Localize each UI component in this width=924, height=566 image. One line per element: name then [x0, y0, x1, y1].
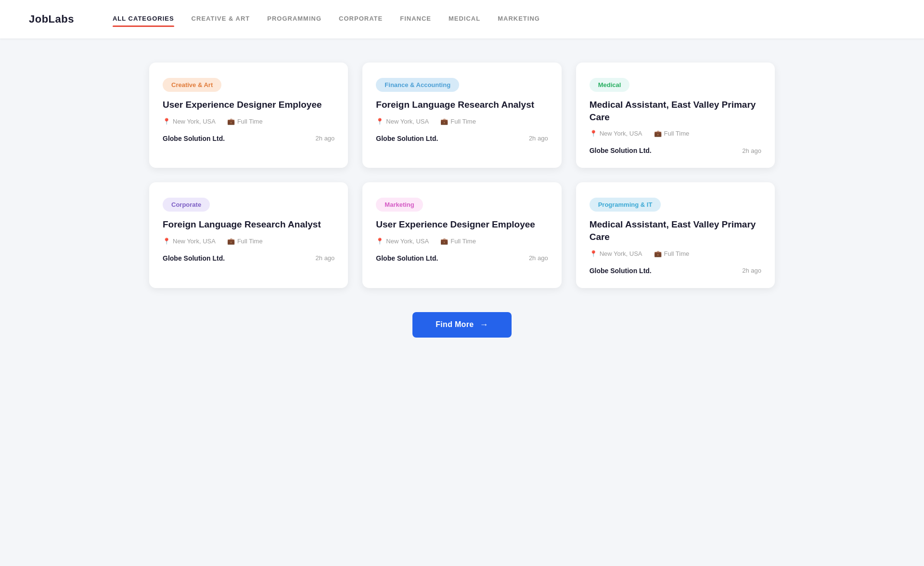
location-text: New York, USA — [386, 238, 429, 245]
nav-item-finance[interactable]: FINANCE — [400, 15, 431, 24]
jobtype-meta: 💼 Full Time — [654, 250, 690, 257]
location-text: New York, USA — [173, 118, 216, 125]
find-more-button[interactable]: Find More → — [412, 312, 511, 338]
nav-item-creative[interactable]: CREATIVE & ART — [192, 15, 250, 24]
time-ago: 2h ago — [742, 147, 761, 154]
job-card-job2[interactable]: Finance & Accounting Foreign Language Re… — [362, 63, 561, 168]
location-text: New York, USA — [600, 250, 642, 257]
category-badge: Programming & IT — [590, 198, 661, 212]
jobtype-icon: 💼 — [654, 250, 662, 257]
job-grid: Creative & Art User Experience Designer … — [149, 63, 775, 288]
nav-item-all[interactable]: ALL CATEGORIES — [113, 15, 174, 24]
find-more-section: Find More → — [29, 312, 895, 338]
jobtype-text: Full Time — [450, 238, 476, 245]
job-footer: Globe Solution Ltd. 2h ago — [163, 254, 334, 262]
job-card-job3[interactable]: Medical Medical Assistant, East Valley P… — [576, 63, 775, 168]
nav-item-marketing[interactable]: MARKETING — [498, 15, 540, 24]
location-meta: 📍 New York, USA — [163, 118, 216, 125]
job-title: User Experience Designer Employee — [376, 218, 548, 231]
time-ago: 2h ago — [529, 254, 548, 262]
category-badge: Medical — [590, 78, 630, 92]
category-badge: Finance & Accounting — [376, 78, 459, 92]
job-footer: Globe Solution Ltd. 2h ago — [163, 135, 334, 142]
jobtype-text: Full Time — [237, 118, 263, 125]
jobtype-icon: 💼 — [440, 238, 448, 245]
jobtype-meta: 💼 Full Time — [227, 118, 263, 125]
job-footer: Globe Solution Ltd. 2h ago — [590, 267, 761, 275]
jobtype-icon: 💼 — [227, 118, 235, 125]
company-name: Globe Solution Ltd. — [163, 135, 225, 142]
job-title: User Experience Designer Employee — [163, 99, 334, 111]
time-ago: 2h ago — [316, 135, 335, 142]
location-icon: 📍 — [590, 130, 597, 137]
job-title: Medical Assistant, East Valley Primary C… — [590, 218, 761, 243]
company-name: Globe Solution Ltd. — [590, 267, 652, 275]
time-ago: 2h ago — [742, 267, 761, 274]
location-icon: 📍 — [163, 238, 170, 245]
job-meta: 📍 New York, USA 💼 Full Time — [163, 238, 334, 245]
category-badge: Corporate — [163, 198, 210, 212]
job-title: Foreign Language Research Analyst — [163, 218, 334, 231]
jobtype-meta: 💼 Full Time — [440, 118, 476, 125]
jobtype-text: Full Time — [237, 238, 263, 245]
time-ago: 2h ago — [529, 135, 548, 142]
job-meta: 📍 New York, USA 💼 Full Time — [590, 130, 761, 137]
nav-item-programming[interactable]: PROGRAMMING — [267, 15, 321, 24]
job-meta: 📍 New York, USA 💼 Full Time — [376, 238, 548, 245]
job-title: Foreign Language Research Analyst — [376, 99, 548, 111]
arrow-right-icon: → — [479, 320, 488, 330]
job-card-job1[interactable]: Creative & Art User Experience Designer … — [149, 63, 348, 168]
location-meta: 📍 New York, USA — [590, 130, 642, 137]
find-more-label: Find More — [436, 320, 474, 329]
location-icon: 📍 — [376, 118, 384, 125]
location-icon: 📍 — [376, 238, 384, 245]
nav-item-medical[interactable]: MEDICAL — [449, 15, 480, 24]
company-name: Globe Solution Ltd. — [376, 254, 438, 262]
job-footer: Globe Solution Ltd. 2h ago — [376, 254, 548, 262]
job-meta: 📍 New York, USA 💼 Full Time — [163, 118, 334, 125]
location-icon: 📍 — [163, 118, 170, 125]
main-nav: ALL CATEGORIESCREATIVE & ARTPROGRAMMINGC… — [113, 15, 540, 24]
jobtype-meta: 💼 Full Time — [227, 238, 263, 245]
jobtype-text: Full Time — [664, 250, 690, 257]
job-card-job4[interactable]: Corporate Foreign Language Research Anal… — [149, 182, 348, 288]
main-content: Creative & Art User Experience Designer … — [0, 38, 924, 366]
job-meta: 📍 New York, USA 💼 Full Time — [590, 250, 761, 257]
job-title: Medical Assistant, East Valley Primary C… — [590, 99, 761, 123]
job-card-job5[interactable]: Marketing User Experience Designer Emplo… — [362, 182, 561, 288]
location-text: New York, USA — [386, 118, 429, 125]
location-meta: 📍 New York, USA — [590, 250, 642, 257]
company-name: Globe Solution Ltd. — [590, 147, 652, 154]
job-card-job6[interactable]: Programming & IT Medical Assistant, East… — [576, 182, 775, 288]
location-text: New York, USA — [600, 130, 642, 137]
jobtype-meta: 💼 Full Time — [654, 130, 690, 137]
jobtype-text: Full Time — [664, 130, 690, 137]
jobtype-text: Full Time — [450, 118, 476, 125]
location-icon: 📍 — [590, 250, 597, 257]
location-meta: 📍 New York, USA — [376, 238, 429, 245]
jobtype-icon: 💼 — [440, 118, 448, 125]
category-badge: Creative & Art — [163, 78, 221, 92]
jobtype-meta: 💼 Full Time — [440, 238, 476, 245]
job-footer: Globe Solution Ltd. 2h ago — [376, 135, 548, 142]
category-badge: Marketing — [376, 198, 423, 212]
jobtype-icon: 💼 — [227, 238, 235, 245]
location-text: New York, USA — [173, 238, 216, 245]
location-meta: 📍 New York, USA — [163, 238, 216, 245]
company-name: Globe Solution Ltd. — [376, 135, 438, 142]
logo: JobLabs — [29, 13, 74, 25]
header: JobLabs ALL CATEGORIESCREATIVE & ARTPROG… — [0, 0, 924, 38]
job-footer: Globe Solution Ltd. 2h ago — [590, 147, 761, 154]
time-ago: 2h ago — [316, 254, 335, 262]
company-name: Globe Solution Ltd. — [163, 254, 225, 262]
nav-item-corporate[interactable]: CORPORATE — [339, 15, 383, 24]
job-meta: 📍 New York, USA 💼 Full Time — [376, 118, 548, 125]
jobtype-icon: 💼 — [654, 130, 662, 137]
location-meta: 📍 New York, USA — [376, 118, 429, 125]
